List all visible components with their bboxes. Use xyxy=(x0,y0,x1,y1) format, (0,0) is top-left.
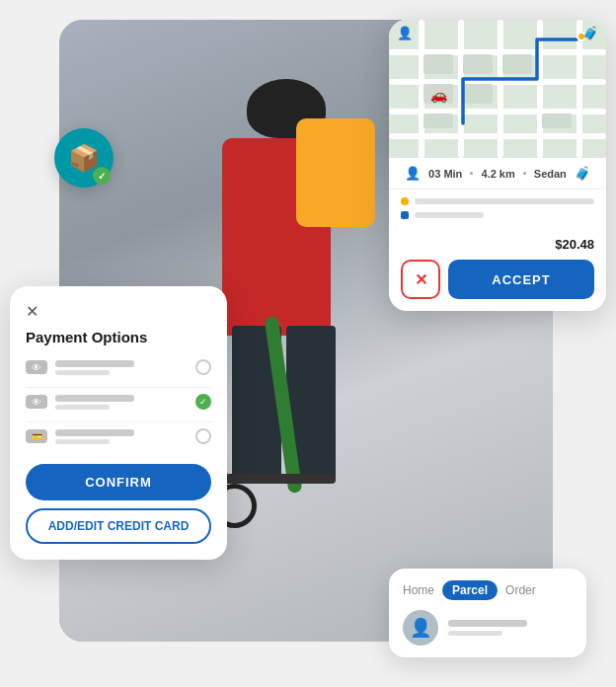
payment-option-1[interactable]: 👁 xyxy=(26,359,211,375)
driver-info-row: 👤 xyxy=(403,610,573,646)
separator-1 xyxy=(470,172,473,175)
payment-options-card: ✕ Payment Options 👁 👁 xyxy=(10,286,227,560)
driver-name-line xyxy=(448,620,527,627)
accept-button[interactable]: ACCEPT xyxy=(448,260,594,299)
destination-row xyxy=(401,211,594,219)
payment-card-title: Payment Options xyxy=(26,329,211,345)
map-area: 🚗 👤 🧳 xyxy=(389,20,606,158)
radio-3[interactable] xyxy=(195,428,211,444)
map-card: 🚗 👤 🧳 👤 03 Min 4.2 km Sedan 🧳 xyxy=(389,20,606,311)
destination-address-line xyxy=(415,212,484,218)
driver-sub-line xyxy=(448,631,502,636)
origin-row xyxy=(401,197,594,205)
map-info-row: 👤 03 Min 4.2 km Sedan 🧳 xyxy=(389,158,606,190)
bottom-info-card: Home Parcel Order 👤 xyxy=(389,569,586,657)
separator-2 xyxy=(523,172,526,175)
pay-name-3 xyxy=(55,429,134,436)
map-vehicle-label: Sedan xyxy=(534,168,567,180)
payment-option-3[interactable]: 💳 xyxy=(26,428,211,444)
tab-parcel[interactable]: Parcel xyxy=(442,580,498,600)
driver-details xyxy=(448,620,527,636)
pay-name-1 xyxy=(55,360,134,367)
origin-dot xyxy=(401,197,409,205)
confirm-button[interactable]: CONFIRM xyxy=(26,464,211,500)
bottom-tabs: Home Parcel Order xyxy=(403,580,573,600)
package-status-bubble: 📦 ✓ xyxy=(54,128,114,188)
payment-option-2[interactable]: 👁 xyxy=(26,394,211,410)
map-actions-row: ✕ ACCEPT xyxy=(389,260,606,311)
price-display: $20.48 xyxy=(389,233,606,260)
pay-sub-1 xyxy=(55,370,110,375)
map-distance-label: 4.2 km xyxy=(481,168,514,180)
pay-sub-3 xyxy=(55,439,110,444)
map-person-icon: 👤 xyxy=(397,26,413,40)
map-time-label: 03 Min xyxy=(428,168,462,180)
map-info-icon-bag: 🧳 xyxy=(575,166,590,181)
radio-1[interactable] xyxy=(195,359,211,375)
map-car-icon: 🚗 xyxy=(430,87,447,103)
pay-sub-2 xyxy=(55,405,110,410)
map-info-icon-person: 👤 xyxy=(405,166,421,181)
close-button[interactable]: ✕ xyxy=(26,302,38,321)
pay-icon-2: 👁 xyxy=(26,395,47,409)
pay-icon-1: 👁 xyxy=(26,360,47,374)
pay-name-2 xyxy=(55,395,134,402)
address-area xyxy=(389,190,606,233)
reject-button[interactable]: ✕ xyxy=(401,260,440,299)
tab-order[interactable]: Order xyxy=(505,583,536,597)
package-check-icon: ✓ xyxy=(93,167,111,185)
driver-avatar: 👤 xyxy=(403,610,438,646)
tab-home[interactable]: Home xyxy=(403,583,434,597)
radio-2[interactable] xyxy=(195,394,211,410)
map-bag-icon: 🧳 xyxy=(582,26,598,40)
add-credit-card-button[interactable]: ADD/EDIT CREDIT CARD xyxy=(26,508,211,544)
destination-dot xyxy=(401,211,409,219)
pay-icon-3: 💳 xyxy=(26,429,47,443)
origin-address-line xyxy=(415,198,594,204)
route-path xyxy=(389,20,606,158)
